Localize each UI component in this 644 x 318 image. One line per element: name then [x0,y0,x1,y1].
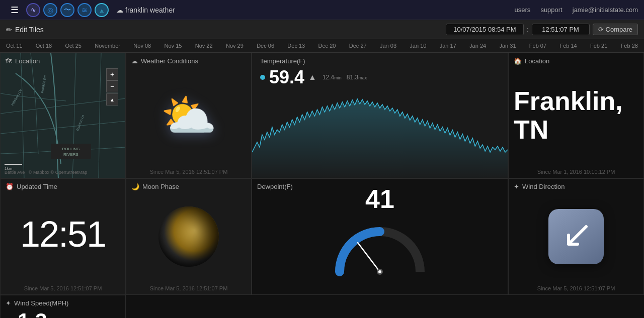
timeline-label: Oct 11 [6,43,22,49]
nav-links: users support jamie@initialstate.com [515,6,638,14]
support-link[interactable]: support [540,6,562,14]
gauge-svg [330,217,430,282]
edit-tiles-label: Edit Tiles [15,26,44,34]
tile-wind-dir-title: Wind Direction [522,183,565,190]
timeline-label: Jan 31 [499,43,516,49]
location-name-display: Franklin, TN [509,53,643,178]
dewpoint-gauge [252,214,508,284]
timeline[interactable]: Oct 11 Oct 18 Oct 25 November Nov 08 Nov… [0,39,644,53]
account-link[interactable]: jamie@initialstate.com [573,6,638,14]
temp-max-label: max [358,75,367,80]
menu-icon[interactable]: ☰ [8,3,22,17]
timeline-label: Nov 29 [226,43,244,49]
top-navigation: ☰ ∿ ◎ 〜 ≋ ⟁ ☁ franklin weather users sup… [0,0,644,20]
timeline-label: Jan 24 [469,43,486,49]
moon-icon: 🌙 [131,183,139,190]
tile-dewpoint-title: Dewpoint(F) [257,183,293,190]
clock-icon: ⏰ [6,183,14,190]
svg-rect-7 [5,164,22,165]
tile-time-header: ⏰ Updated Time [1,179,125,192]
users-link[interactable]: users [515,6,531,14]
temperature-chart [252,92,508,178]
tile-updated-time: ⏰ Updated Time 12:51 Since Mar 5, 2016 1… [0,178,126,295]
tile-moon-header: 🌙 Moon Phase [126,179,251,192]
temp-dot-indicator [260,75,265,80]
compare-icon: ⟳ [598,26,604,33]
temp-min-label: min [334,75,342,80]
timeline-label: Feb 07 [529,43,546,49]
temp-up-arrow-icon: ▲ [308,73,316,82]
tile-wind-speed: ✦ Wind Speed(MPH) 1.3 0min 25.5max [0,295,126,318]
moon-image [158,206,219,267]
map-zoom-out-button[interactable]: − [106,80,118,92]
temp-min: 12.4 [323,74,334,81]
temp-max: 81.3 [347,74,358,81]
svg-line-10 [358,243,380,272]
tile-weather-conditions: ☁ Weather Conditions ⛅ Since Mar 5, 2016… [126,53,252,178]
svg-point-12 [378,270,381,273]
timeline-labels: Oct 11 Oct 18 Oct 25 November Nov 08 Nov… [4,43,640,49]
time-display: 12:51 [1,194,125,274]
timeline-label: Oct 25 [65,43,82,49]
time-value: 12:51 [20,214,106,255]
timeline-label: November [95,43,120,49]
pencil-icon: ✏ [6,26,12,34]
wind-direction-display [509,194,643,279]
timeline-label: Feb 28 [621,43,638,49]
sound-icon[interactable]: ⟁ [95,3,109,17]
tile-location-name-header: 🏠 Location [509,53,643,67]
tile-temp-header: Temperature(F) [252,53,508,65]
compass-icon: ✦ [514,183,519,190]
timeline-label: Jan 10 [410,43,426,49]
tile-location-name-title: Location [525,57,549,65]
temp-current-value: 59.4 [269,67,304,88]
timeline-label: Jan 17 [440,43,456,49]
weather-cloud-icon: ⛅ [160,89,217,142]
datetime-start-input[interactable] [446,24,524,35]
tile-location-header: 🗺 Location [1,53,125,67]
camera-icon[interactable]: ◎ [43,3,57,17]
tile-weather-title: Weather Conditions [141,57,198,65]
map-attribution: Battle Ave © Mapbox © OpenStreetMap [5,170,87,175]
tile-location-name: 🏠 Location Franklin, TN Since Mar 1, 201… [508,53,644,178]
datetime-end-input[interactable] [532,24,590,35]
tile-temperature: Temperature(F) 59.4 ▲ 12.4min 81.3max [252,53,508,178]
wind-direction-arrow [548,209,604,264]
logo-icon[interactable]: ∿ [26,3,40,17]
map-background[interactable]: Hillsboro Dr Franklin Rd Ralston Ln ROLL… [1,53,125,178]
analytics-icon[interactable]: ≋ [77,3,92,17]
svg-text:RIVERS: RIVERS [63,152,78,157]
edit-tiles-button[interactable]: ✏ Edit Tiles [6,26,44,34]
map-zoom-in-button[interactable]: + [106,68,118,80]
map-zoom-controls[interactable]: + − ▲ [106,68,118,105]
wave-icon[interactable]: 〜 [60,3,74,17]
timeline-label: Oct 18 [36,43,52,49]
tile-location-name-footer: Since Mar 1, 2016 10:10:12 PM [509,169,643,175]
tile-wind-dir-header: ✦ Wind Direction [509,179,643,192]
wind-arrow-svg [558,219,594,254]
datetime-controls: : ⟳ Compare [446,24,638,35]
home-icon: 🏠 [514,57,522,65]
compare-label: Compare [606,26,632,33]
wind-speed-bar-chart [1,295,125,318]
timeline-label: Dec 27 [349,43,367,49]
svg-marker-9 [252,99,508,178]
tile-dewpoint-header: Dewpoint(F) [252,179,508,192]
tile-time-footer: Since Mar 5, 2016 12:51:07 PM [1,285,125,291]
tile-temp-title: Temperature(F) [260,57,305,65]
moon-phase-display [126,194,251,279]
temp-reading: 59.4 ▲ 12.4min 81.3max [252,65,508,90]
dashboard-title: franklin weather [125,6,175,14]
tile-weather-footer: Since Mar 5, 2016 12:51:07 PM [126,169,251,175]
map-icon: 🗺 [6,57,12,65]
compare-button[interactable]: ⟳ Compare [593,24,638,35]
tile-moon-footer: Since Mar 5, 2016 12:51:07 PM [126,285,251,291]
dashboard-grid: 🗺 Location Hillsboro Dr Franklin Rd [0,53,644,318]
tile-time-title: Updated Time [17,183,57,190]
timeline-label: Jan 03 [380,43,396,49]
weather-cloud-display: ⛅ [126,68,251,163]
map-north-button[interactable]: ▲ [106,93,118,105]
timeline-label: Dec 13 [287,43,305,49]
tile-location-title: Location [15,57,40,65]
dashboard-icon: ☁ [116,6,123,14]
